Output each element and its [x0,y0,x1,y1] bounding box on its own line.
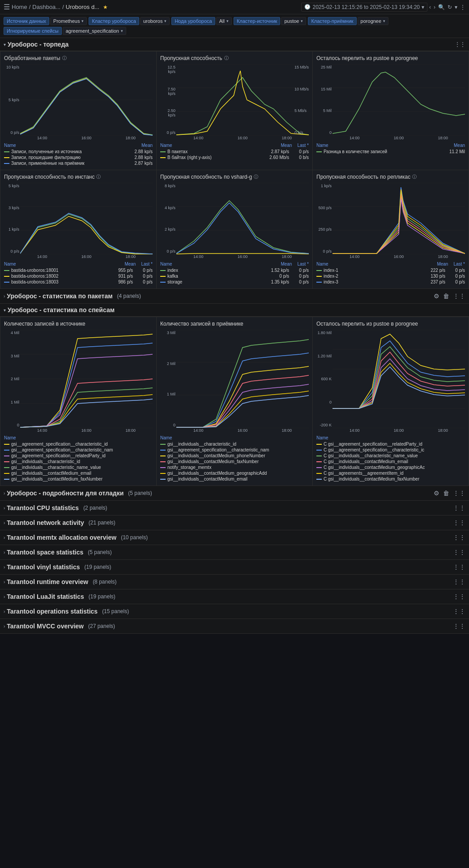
debug-section[interactable]: › Уроборос - подробности для отладки (5 … [0,486,469,501]
filter-cluster-select[interactable]: uroboros ▾ [140,17,170,25]
color-swatch [160,151,166,152]
info-icon[interactable]: ⓘ [62,55,67,61]
filter-source-cluster-select[interactable]: pustoe ▾ [281,17,306,25]
y-labels: 1.80 Mil 1.20 Mil 600 K 0 -200 K [316,330,332,428]
color-swatch [316,455,322,456]
space-section[interactable]: › Tarantool space statistics (5 panels) … [0,545,469,560]
filter-ignored-speis-select[interactable]: agreement_specification ▾ [63,27,126,35]
chart-remaining-speis [333,330,465,428]
filter-node-select[interactable]: All ▾ [216,17,232,25]
topbar-actions: ‹ › 🔍 ↻ ▾ ⋮ [429,4,465,10]
chart-vshard [176,183,309,254]
operations-section[interactable]: › Tarantool operations statistics (15 pa… [0,604,469,619]
color-swatch [4,479,9,480]
chevron-down-icon5: ▾ [383,19,385,23]
chart-remaining [333,64,465,136]
color-swatch [316,276,322,277]
legend-row: storage 1.35 kp/s 0 p/s [160,279,309,285]
info-icon[interactable]: ⓘ [412,174,417,180]
dots-icon[interactable]: ⋮⋮ [453,534,465,541]
time-range-picker[interactable]: 🕐 2025-02-13 12:15:26 to 2025-02-13 19:3… [301,3,427,12]
runtime-section[interactable]: › Tarantool runtime overview (8 panels) … [0,575,469,589]
favorite-star[interactable]: ★ [103,4,108,10]
mvcc-icons: ⋮⋮ [453,623,465,630]
luajit-title: Tarantool LuaJit statistics [7,593,84,600]
color-swatch [160,455,166,456]
panel-remaining-speis: Осталось перелить из pustoe в porognee 1… [313,317,469,486]
vinyl-section[interactable]: › Tarantool vinyl statistics (19 panels)… [0,560,469,575]
panel-throughput-instance: Пропускная способность по инстанс ⓘ 5 kp… [0,170,156,288]
speis-stats-section-header[interactable]: ▾ Уроборос - статистика по спейсам [0,304,469,317]
legend-receiver-count: Name gsi__individuals__characteristic_id… [160,434,309,482]
filter-bar: Источник данных Prometheus ▾ Кластер уро… [0,14,469,38]
panel-receiver-count: Количество записей в приёмнике 3 Mil 2 M… [157,317,312,486]
luajit-section[interactable]: › Tarantool LuaJit statistics (19 panels… [0,589,469,604]
cpu-section[interactable]: › Tarantool CPU statistics (2 panels) ⋮⋮ [0,501,469,516]
next-range-icon[interactable]: › [434,4,435,10]
debug-title: Уроборос - подробности для отладки [7,490,124,497]
speis-title: Уроборос - статистика по спейсам [8,306,115,314]
legend-row: index-3 237 p/s 0 p/s [316,279,465,285]
dots-icon[interactable]: ⋮⋮ [453,292,465,300]
vinyl-icons: ⋮⋮ [453,563,465,571]
chart-throughput [176,64,309,136]
more-icon[interactable]: ⋮ [460,4,465,10]
legend-row: C gsi__individuals__contactMedium_geogra… [316,464,465,470]
gear-icon[interactable]: ⚙ [434,490,439,497]
breadcrumb-current[interactable]: Uroboros d... [66,4,99,10]
memtx-section[interactable]: › Tarantool memtx allocation overview (1… [0,530,469,545]
filter-receiver-cluster: Кластер-приёмник porognee ▾ [308,17,388,25]
network-chevron: › [4,520,5,525]
dots-icon[interactable]: ⋮⋮ [453,578,465,585]
dots-icon[interactable]: ⋮⋮ [453,504,465,511]
packets-stats-section[interactable]: › Уроборос - статистика по пакетам (4 pa… [0,289,469,304]
refresh-icon[interactable]: ↻ [448,4,452,10]
x-labels: 14:00 16:00 18:00 [316,254,465,259]
legend-vshard: Name Mean Last * index 1.52 kp/s 0 p/s k… [160,261,309,285]
cpu-chevron: › [4,506,5,511]
filter-receiver-cluster-select[interactable]: porognee ▾ [358,17,389,25]
mvcc-section[interactable]: › Tarantool MVCC overview (27 panels) ⋮⋮ [0,619,469,634]
legend-row: bastida-uroboros:18001 955 p/s 0 p/s [4,267,153,273]
dots-icon[interactable]: ⋮⋮ [453,519,465,526]
x-labels: 14:00 16:00 18:00 [316,428,465,433]
dots-icon[interactable]: ⋮⋮ [455,41,465,47]
color-swatch [316,467,322,468]
dots-icon[interactable]: ⋮⋮ [453,593,465,600]
dots-icon[interactable]: ⋮⋮ [453,623,465,630]
refresh-chevron[interactable]: ▾ [455,4,457,10]
info-icon[interactable]: ⓘ [224,55,229,61]
network-count: (21 panels) [89,520,115,526]
network-section[interactable]: › Tarantool network activity (21 panels)… [0,516,469,530]
legend-row: bastida-uroboros:18003 986 p/s 0 p/s [4,279,153,285]
chart-processed-packets [20,64,153,136]
dots-icon[interactable]: ⋮⋮ [453,563,465,571]
menu-icon[interactable]: ☰ [4,3,10,11]
legend-row: gsi__individuals__characteristic_id [160,441,309,447]
color-swatch [160,276,166,277]
trash-icon[interactable]: 🗑 [443,292,449,300]
torpedo-section-header[interactable]: ▾ Уроборос - торпеда ⋮⋮ [0,38,469,51]
info-icon[interactable]: ⓘ [96,174,101,180]
topbar: ☰ Home / Dashboa... / Uroboros d... ★ 🕐 … [0,0,469,14]
legend-row: Разница в количестве записей 11.2 Mil [316,149,465,155]
legend-row: gsi__agreement_specification__characteri… [4,447,153,453]
color-swatch [160,444,166,445]
gear-icon[interactable]: ⚙ [434,292,439,300]
breadcrumb-dashboard[interactable]: Dashboa... [32,4,60,10]
color-swatch [316,282,322,283]
prev-range-icon[interactable]: ‹ [429,4,431,10]
search-icon[interactable]: 🔍 [438,4,445,10]
dots-icon[interactable]: ⋮⋮ [453,608,465,615]
color-swatch [316,461,322,462]
filter-datasource-label: Источник данных [4,17,49,25]
legend-instance: Name Mean Last * bastida-uroboros:18001 … [4,261,153,285]
color-swatch [4,467,9,468]
trash-icon[interactable]: 🗑 [443,490,449,497]
x-labels: 14:00 16:00 18:00 [4,254,153,259]
dots-icon[interactable]: ⋮⋮ [453,490,465,497]
filter-datasource-select[interactable]: Prometheus ▾ [50,17,87,25]
breadcrumb-home[interactable]: Home [12,4,27,10]
dots-icon[interactable]: ⋮⋮ [453,549,465,556]
info-icon[interactable]: ⓘ [254,174,258,180]
